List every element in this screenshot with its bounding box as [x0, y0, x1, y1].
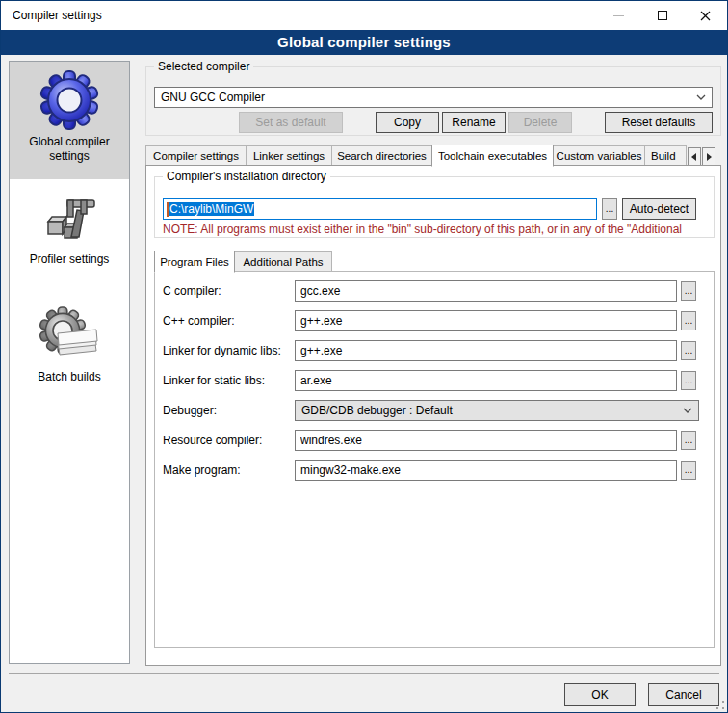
form-row-cpp-compiler: C++ compiler: ... [163, 310, 706, 331]
resource-compiler-browse-button[interactable]: ... [681, 431, 696, 450]
tab-build-clipped[interactable]: Build [644, 145, 687, 166]
cpp-compiler-label: C++ compiler: [163, 314, 295, 328]
tab-program-files[interactable]: Program Files [154, 251, 235, 273]
resource-compiler-label: Resource compiler: [163, 434, 295, 447]
static-linker-input[interactable] [295, 370, 677, 391]
form-row-make-program: Make program: ... [163, 460, 706, 481]
sidebar-item-label: Batch builds [38, 370, 100, 384]
tab-search-directories[interactable]: Search directories [331, 145, 432, 166]
installation-directory-browse-button[interactable]: ... [602, 198, 617, 220]
settings-tabstrip: Compiler settings Linker settings Search… [145, 144, 721, 166]
copy-button[interactable]: Copy [376, 112, 439, 133]
maximize-button[interactable] [640, 1, 684, 30]
sidebar-item-batch-builds[interactable]: Batch builds [10, 297, 129, 414]
maximize-icon [658, 11, 667, 20]
toolchain-executables-page: Compiler's installation directory C:\ray… [145, 165, 721, 666]
make-program-browse-button[interactable]: ... [681, 461, 696, 480]
arrow-left-icon [691, 153, 697, 161]
debugger-select[interactable]: GDB/CDB debugger : Default [295, 400, 699, 421]
form-row-static-linker: Linker for static libs: ... [163, 370, 706, 391]
installation-directory-legend: Compiler's installation directory [163, 170, 330, 183]
caliper-icon [39, 187, 100, 249]
rename-button[interactable]: Rename [442, 112, 506, 133]
chevron-down-icon [683, 408, 692, 413]
set-as-default-button[interactable]: Set as default [239, 112, 343, 133]
minimize-icon [613, 15, 624, 16]
sidebar-item-label: Global compiler settings [10, 135, 129, 164]
window-title: Compiler settings [1, 9, 102, 22]
c-compiler-input[interactable] [295, 280, 677, 302]
blue-gear-icon [39, 69, 100, 131]
program-files-page: C compiler: ... C++ compiler: ... Linker… [154, 271, 715, 648]
resource-compiler-input[interactable] [295, 430, 677, 451]
cpp-compiler-browse-button[interactable]: ... [681, 311, 696, 330]
dynamic-linker-label: Linker for dynamic libs: [163, 344, 295, 357]
c-compiler-browse-button[interactable]: ... [681, 281, 696, 301]
debugger-select-value: GDB/CDB debugger : Default [301, 404, 453, 417]
form-row-c-compiler: C compiler: ... [163, 280, 706, 302]
chevron-down-icon [696, 94, 706, 100]
static-linker-browse-button[interactable]: ... [681, 371, 696, 390]
form-row-debugger: Debugger: GDB/CDB debugger : Default [163, 400, 706, 421]
selected-compiler-legend: Selected compiler [154, 60, 253, 73]
tab-scroll-right-button[interactable] [702, 147, 715, 166]
form-row-dynamic-linker: Linker for dynamic libs: ... [163, 340, 706, 361]
minimize-button[interactable] [597, 1, 640, 30]
selected-compiler-group: Selected compiler GNU GCC Compiler Set a… [145, 66, 721, 136]
main-panel: Selected compiler GNU GCC Compiler Set a… [145, 55, 721, 672]
installation-directory-input[interactable]: C:\raylib\MinGW [163, 198, 597, 220]
dynamic-linker-browse-button[interactable]: ... [681, 341, 696, 360]
compiler-settings-dialog: Compiler settings Global compiler settin… [0, 0, 728, 713]
c-compiler-label: C compiler: [163, 284, 295, 298]
sidebar-item-global-compiler-settings[interactable]: Global compiler settings [10, 62, 129, 179]
arrow-right-icon [706, 153, 712, 161]
tab-additional-paths[interactable]: Additional Paths [234, 251, 332, 272]
settings-category-list: Global compiler settings Prof [9, 61, 130, 664]
tab-linker-settings[interactable]: Linker settings [246, 145, 332, 166]
cancel-button[interactable]: Cancel [648, 683, 719, 706]
close-button[interactable] [684, 1, 727, 30]
compiler-select[interactable]: GNU GCC Compiler [154, 87, 713, 108]
auto-detect-button[interactable]: Auto-detect [622, 198, 696, 220]
installation-directory-value: C:\raylib\MinGW [169, 202, 254, 216]
installation-directory-group: Compiler's installation directory C:\ray… [154, 176, 715, 238]
page-title: Global compiler settings [1, 30, 727, 55]
tab-scroll-left-button[interactable] [688, 147, 701, 166]
dynamic-linker-input[interactable] [295, 340, 677, 361]
paths-tabstrip: Program Files Additional Paths [154, 250, 331, 272]
tab-custom-variables[interactable]: Custom variables [553, 145, 645, 166]
debugger-label: Debugger: [163, 404, 295, 417]
tab-toolchain-executables[interactable]: Toolchain executables [431, 145, 554, 167]
make-program-input[interactable] [295, 460, 677, 481]
delete-button[interactable]: Delete [508, 112, 572, 133]
make-program-label: Make program: [163, 463, 295, 477]
static-linker-label: Linker for static libs: [163, 374, 295, 387]
close-icon [700, 11, 711, 21]
titlebar[interactable]: Compiler settings [1, 1, 727, 30]
cpp-compiler-input[interactable] [295, 310, 677, 331]
reset-defaults-button[interactable]: Reset defaults [605, 112, 713, 133]
installation-note: NOTE: All programs must exist either in … [163, 223, 712, 236]
ok-button[interactable]: OK [564, 683, 636, 706]
sidebar-item-profiler-settings[interactable]: Profiler settings [10, 179, 129, 297]
resize-grip[interactable] [716, 701, 724, 709]
sidebar-item-label: Profiler settings [30, 252, 110, 267]
form-row-resource-compiler: Resource compiler: ... [163, 430, 706, 451]
gray-gear-papers-icon [39, 304, 100, 366]
footer-divider [9, 673, 719, 674]
compiler-select-value: GNU GCC Compiler [161, 91, 265, 104]
tab-compiler-settings[interactable]: Compiler settings [145, 145, 247, 166]
